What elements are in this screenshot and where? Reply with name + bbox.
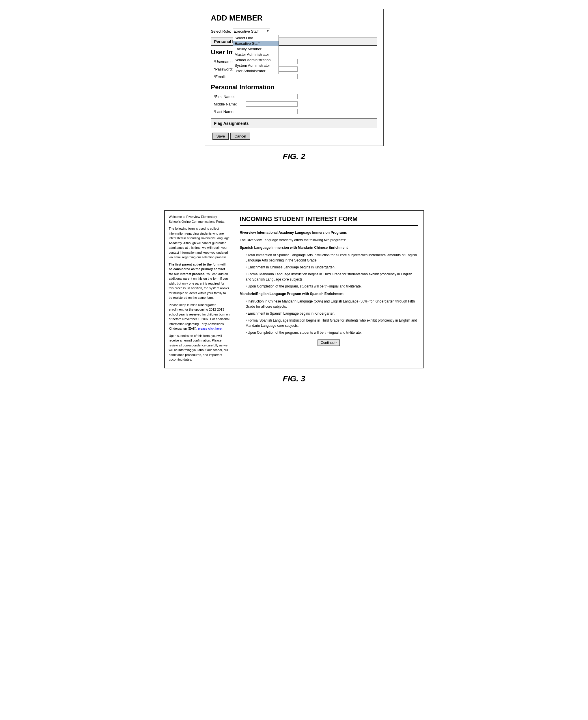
last-name-input[interactable] — [246, 109, 298, 114]
dropdown-item-executive-staff[interactable]: Executive Staff — [233, 41, 278, 46]
fig3-mandarin-bullets: Instruction in Chinese Mandarin Language… — [246, 299, 418, 335]
fig3-title: INCOMING STUDENT INTEREST FORM — [240, 215, 418, 226]
last-name-row: *Last Name: — [211, 109, 377, 114]
add-member-dialog: ADD MEMBER Select Role: Executive Staff … — [205, 9, 384, 146]
personal-info-header: Personal Information — [211, 83, 377, 91]
fig3-academy-title: Riverview International Academy Language… — [240, 230, 418, 235]
continue-button[interactable]: Continue> — [317, 339, 340, 346]
role-dropdown-menu: Select One... Executive Staff Faculty Me… — [233, 35, 279, 74]
first-name-input[interactable] — [246, 94, 298, 99]
fig3-mandarin-bullet-3: Formal Spanish Language Instruction begi… — [246, 318, 418, 328]
fig3-left-intro5: Upon submission of this form, you will r… — [169, 334, 230, 362]
first-name-row: *First Name: — [211, 94, 377, 99]
fig3-mandarin-bullet-2: Enrichment in Spanish Language begins in… — [246, 311, 418, 316]
fig3-label: FIG. 3 — [283, 374, 306, 383]
dropdown-item-select-one[interactable]: Select One... — [233, 35, 278, 41]
fig2-section: ADD MEMBER Select Role: Executive Staff … — [9, 9, 579, 161]
cancel-button[interactable]: Cancel — [230, 133, 250, 140]
fig3-right-panel: INCOMING STUDENT INTEREST FORM Riverview… — [234, 211, 423, 368]
fig3-left-panel: Welcome to Riverview Elementary School's… — [165, 211, 234, 368]
fig3-left-intro3-rest: You can add an additional parent on this… — [169, 272, 229, 300]
dropdown-item-school-admin[interactable]: School Administration — [233, 57, 278, 63]
middle-name-input[interactable] — [246, 101, 298, 107]
fig3-mandarin-bullet-4: Upon Completion of the program, students… — [246, 330, 418, 335]
middle-name-label: Middle Name: — [214, 102, 246, 106]
first-name-label: *First Name: — [214, 95, 246, 99]
select-role-container: Executive Staff ▼ Select One... Executiv… — [233, 28, 270, 34]
fig3-dialog: Welcome to Riverview Elementary School's… — [164, 210, 424, 368]
email-label: *Email: — [214, 75, 246, 79]
select-role-row: Select Role: Executive Staff ▼ Select On… — [211, 28, 377, 34]
fig2-label: FIG. 2 — [283, 152, 306, 161]
add-member-title: ADD MEMBER — [211, 14, 377, 25]
select-role-wrapper: Executive Staff ▼ — [233, 28, 270, 34]
fig3-click-here-link[interactable]: please click here. — [198, 327, 223, 330]
fig3-spanish-bullet-2: Enrichment in Chinese Language begins in… — [246, 265, 418, 270]
fig3-spanish-bullet-4: Upon Completion of the program, students… — [246, 284, 418, 289]
dropdown-item-user-admin[interactable]: User Administrator — [233, 68, 278, 74]
dropdown-item-master-admin[interactable]: Master Administrator — [233, 52, 278, 57]
fig3-spanish-bullets: Total Immersion of Spanish Language Arts… — [246, 253, 418, 289]
dropdown-item-system-admin[interactable]: System Administrator — [233, 63, 278, 68]
dropdown-item-faculty-member[interactable]: Faculty Member — [233, 46, 278, 52]
fig3-spanish-bullet-3: Formal Mandarin Language Instruction beg… — [246, 272, 418, 282]
fig3-left-intro4: Please keep in mind Kindergarten enrollm… — [169, 302, 230, 331]
save-button[interactable]: Save — [212, 133, 229, 140]
select-role-select[interactable]: Executive Staff — [233, 28, 270, 34]
fig3-left-intro4-text: Please keep in mind Kindergarten enrollm… — [169, 303, 230, 331]
email-row: *Email: — [211, 74, 377, 79]
fig3-section: Welcome to Riverview Elementary School's… — [9, 210, 579, 383]
email-input[interactable] — [246, 74, 298, 79]
middle-name-row: Middle Name: — [211, 101, 377, 107]
fig3-spanish-bullet-1: Total Immersion of Spanish Language Arts… — [246, 253, 418, 263]
fig3-left-intro3: The first parent added to the form will … — [169, 262, 230, 300]
fig3-mandarin-bullet-1: Instruction in Chinese Mandarin Language… — [246, 299, 418, 309]
fig3-right-intro: The Riverview Language Academy offers th… — [240, 238, 418, 243]
fig3-left-intro2: The following form is used to collect in… — [169, 226, 230, 260]
select-role-label: Select Role: — [211, 28, 231, 34]
last-name-label: *Last Name: — [214, 109, 246, 114]
form-buttons: Save Cancel — [211, 133, 377, 140]
fig3-left-intro1: Welcome to Riverview Elementary School's… — [169, 214, 230, 224]
fig3-mandarin-title: Mandarin/English Language Program with S… — [240, 291, 418, 296]
fig3-spanish-title: Spanish Language Immersion with Mandarin… — [240, 245, 418, 250]
flag-assignments-box: Flag Assignments — [211, 118, 377, 128]
